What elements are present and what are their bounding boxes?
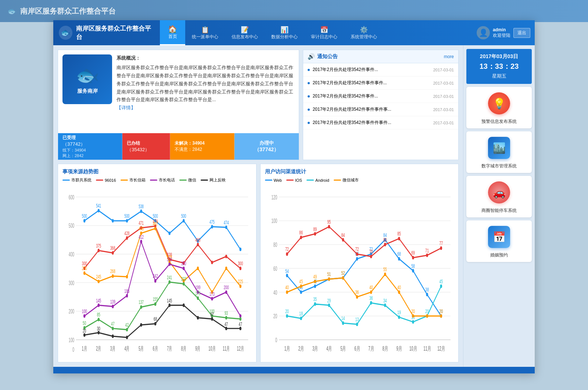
svg-text:242: 242 <box>153 273 158 279</box>
svg-text:2月: 2月 <box>298 345 304 352</box>
right-sidebar: 2017年03月03日 13：33：23 星期五 💡 预警信息发布系统 🏙️ <box>463 45 535 367</box>
svg-point-186 <box>426 293 428 297</box>
svg-text:300: 300 <box>69 280 74 286</box>
svg-point-68 <box>112 274 114 278</box>
detail-link[interactable]: 【详情】 <box>116 105 136 110</box>
svg-text:600: 600 <box>69 194 74 201</box>
svg-text:40: 40 <box>369 284 373 291</box>
svg-point-200 <box>286 252 288 256</box>
svg-point-115 <box>183 282 185 286</box>
app-card-warning[interactable]: 💡 预警信息发布系统 <box>466 87 532 128</box>
nav-data[interactable]: 📊 数据分析中心 <box>265 20 304 45</box>
svg-point-209 <box>412 256 414 259</box>
notice-item-2: 2017年2月份共处理3542件事件事件... 2017-03-01 <box>303 77 458 90</box>
nav-home[interactable]: 🏠 首页 <box>160 20 185 45</box>
svg-text:300: 300 <box>181 260 186 267</box>
logo: 🐟 南岸区服务群众工作整合平台 <box>53 20 160 45</box>
svg-text:89: 89 <box>313 226 317 232</box>
svg-point-85 <box>83 314 86 318</box>
notice-more[interactable]: more <box>444 54 454 59</box>
svg-point-109 <box>98 318 100 322</box>
svg-point-25 <box>83 219 86 223</box>
svg-text:52: 52 <box>341 270 345 276</box>
svg-point-185 <box>412 269 414 273</box>
stat-received: 已受理 （37742） 线下：34904 网上：2842 <box>58 133 122 160</box>
app-card-marriage[interactable]: 📅 婚姻预约 <box>466 220 532 262</box>
user-area: 👤 admin 欢迎登陆 退出 <box>472 20 535 45</box>
svg-text:225: 225 <box>238 278 243 284</box>
svg-point-31 <box>168 231 171 235</box>
svg-point-181 <box>356 257 358 261</box>
svg-point-235 <box>440 284 442 288</box>
svg-text:40: 40 <box>273 289 277 296</box>
svg-text:412: 412 <box>139 234 144 240</box>
svg-text:0: 0 <box>275 337 277 343</box>
svg-text:245: 245 <box>96 273 101 280</box>
date-display: 2017年03月03日 <box>469 53 529 60</box>
svg-text:500: 500 <box>69 223 74 229</box>
svg-point-258 <box>426 314 428 318</box>
svg-text:6月: 6月 <box>354 345 360 352</box>
svg-point-204 <box>342 238 344 242</box>
logout-button[interactable]: 退出 <box>513 28 530 38</box>
day-display: 星期五 <box>469 73 529 79</box>
app-title: 南岸区服务群众工作整合平台 <box>76 24 154 41</box>
svg-point-202 <box>314 232 316 236</box>
nav-dispatch[interactable]: 📋 统一派单中心 <box>185 20 225 45</box>
svg-point-26 <box>98 209 100 213</box>
svg-text:69: 69 <box>411 250 415 256</box>
svg-text:233: 233 <box>181 276 186 282</box>
svg-point-69 <box>126 275 128 279</box>
svg-text:474: 474 <box>224 219 229 226</box>
app-card-parking[interactable]: 🚗 商圈智能停车系统 <box>466 176 532 217</box>
svg-text:448: 448 <box>139 225 144 231</box>
svg-point-137 <box>168 304 171 307</box>
nav-system[interactable]: ⚙️ 系统管理中心 <box>344 20 384 45</box>
svg-point-71 <box>154 227 157 230</box>
bg-title: 南岸区服务群众工作整合平台 <box>20 6 116 16</box>
svg-text:173: 173 <box>209 291 215 297</box>
svg-text:40: 40 <box>397 284 401 291</box>
trend-chart-title: 事项来源趋势图 <box>62 169 252 175</box>
svg-point-206 <box>370 255 372 258</box>
svg-text:475: 475 <box>209 219 215 225</box>
svg-text:11月: 11月 <box>423 345 431 352</box>
svg-text:541: 541 <box>96 203 101 209</box>
nav-audit[interactable]: 📅 审计日志中心 <box>304 20 344 45</box>
app-name-marriage: 婚姻预约 <box>490 252 508 258</box>
svg-text:1月: 1月 <box>82 345 87 352</box>
svg-point-74 <box>197 267 199 270</box>
svg-text:8月: 8月 <box>382 345 388 352</box>
svg-text:47: 47 <box>111 320 114 327</box>
svg-text:200: 200 <box>69 308 74 315</box>
svg-point-224 <box>286 314 288 318</box>
svg-point-225 <box>300 316 302 320</box>
svg-text:36: 36 <box>369 295 373 301</box>
overview-description: 南岸区服务群众工作整合平台是南岸区服务群众工作整合平台是南岸区服务群众工作整合平… <box>116 64 294 104</box>
svg-text:50: 50 <box>83 320 86 326</box>
nav-info[interactable]: 📝 信息发布中心 <box>225 20 265 45</box>
svg-text:139: 139 <box>110 298 115 305</box>
svg-text:68: 68 <box>154 316 157 322</box>
svg-point-47 <box>112 251 114 255</box>
svg-text:19: 19 <box>397 309 401 316</box>
svg-point-259 <box>440 314 442 318</box>
svg-point-253 <box>356 295 358 299</box>
svg-point-28 <box>126 219 128 223</box>
notice-title: 通知公告 <box>317 53 444 60</box>
svg-text:241: 241 <box>167 274 172 280</box>
svg-point-54 <box>211 260 213 264</box>
svg-point-89 <box>140 240 142 244</box>
username: admin <box>493 27 510 32</box>
svg-text:200: 200 <box>224 284 229 290</box>
app-card-digital-city[interactable]: 🏙️ 数字城市管理系统 <box>466 131 532 173</box>
svg-text:80: 80 <box>273 242 277 248</box>
svg-text:500: 500 <box>125 213 130 219</box>
svg-text:400: 400 <box>196 237 201 243</box>
svg-text:467: 467 <box>153 220 158 227</box>
svg-point-184 <box>398 257 400 261</box>
svg-text:29: 29 <box>327 297 331 304</box>
svg-text:20: 20 <box>83 328 86 334</box>
svg-text:120: 120 <box>271 194 277 201</box>
svg-point-36 <box>239 248 241 251</box>
